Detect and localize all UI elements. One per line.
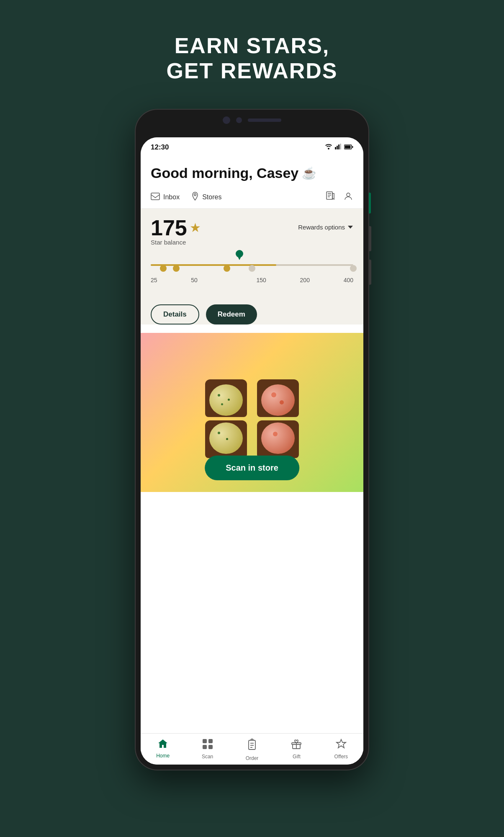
stores-nav[interactable]: Stores [191,192,221,203]
stores-label: Stores [202,193,221,201]
progress-dot-50 [173,265,180,272]
page-title: EARN STARS, GET REWARDS [166,33,337,84]
inbox-label: Inbox [163,193,180,201]
home-icon [157,739,168,751]
stores-icon [191,192,199,203]
rewards-options-button[interactable]: Rewards options [298,224,353,231]
tart-right [257,379,299,458]
tart-left [205,379,247,458]
battery-icon [344,144,353,151]
tab-gift-label: Gift [293,754,301,760]
offers-icon [335,739,347,752]
receipt-icon[interactable] [326,191,335,203]
phone-screen: 12:30 [141,137,363,765]
status-time: 12:30 [151,143,169,152]
svg-point-0 [328,148,329,149]
progress-dot-25 [160,265,167,272]
svg-rect-6 [345,145,351,148]
svg-rect-4 [340,144,341,149]
phone-camera [223,116,281,124]
bottom-nav: Home [141,733,363,765]
app-content: Good morning, Casey ☕ Inbox [141,155,363,764]
tart-cup-bottom-left [205,420,247,458]
svg-marker-29 [337,739,346,748]
svg-rect-8 [151,193,159,200]
stars-section: 175 ★ Star balance Rewards options [141,209,363,296]
camera-lens-2 [236,117,242,123]
svg-marker-13 [237,256,242,260]
chevron-down-icon [347,224,353,231]
scan-icon [202,739,213,752]
tab-offers-label: Offers [334,754,348,760]
inbox-icon [151,193,160,202]
progress-labels: 25 50 150 200 400 [151,277,353,283]
tab-home-label: Home [156,753,170,759]
food-card: Scan in store [141,333,363,492]
star-balance-label: Star balance [151,239,201,246]
svg-rect-3 [338,144,339,149]
svg-rect-1 [335,147,336,149]
inbox-nav[interactable]: Inbox [151,193,180,202]
tab-scan-label: Scan [202,754,213,760]
redeem-button[interactable]: Redeem [206,304,257,324]
tart-cup-bottom-right [257,420,299,458]
tarts-group [205,367,299,458]
tab-home[interactable]: Home [141,739,185,761]
tab-scan[interactable]: Scan [185,739,229,761]
phone-side-accent [369,193,371,214]
tab-order[interactable]: Order [230,739,274,761]
order-icon [247,739,257,754]
nav-row: Inbox Stores [141,186,363,209]
svg-rect-18 [204,740,206,742]
coffee-emoji: ☕ [302,166,316,180]
tab-order-label: Order [246,755,259,761]
svg-rect-21 [210,746,211,748]
progress-dot-400 [350,265,357,272]
svg-point-9 [194,193,196,196]
scan-in-store-button[interactable]: Scan in store [205,456,299,480]
profile-icon[interactable] [343,191,353,203]
stars-count: 175 ★ [151,217,201,239]
wifi-icon [325,144,332,151]
phone-mockup: 12:30 [135,109,369,770]
greeting-section: Good morning, Casey ☕ [141,155,363,186]
phone-side-button-2 [369,260,371,285]
status-bar: 12:30 [141,137,363,155]
details-button[interactable]: Details [151,304,199,324]
phone-side-button-1 [369,226,371,251]
stars-number: 175 [151,217,187,239]
gift-icon [291,739,302,752]
tab-gift[interactable]: Gift [274,739,319,761]
svg-rect-7 [352,146,353,148]
star-icon: ★ [190,220,201,235]
tart-cup-top-left [205,379,247,417]
signal-icon [335,144,342,151]
tart-cup-top-right [257,379,299,417]
svg-rect-20 [204,746,206,748]
status-icons [325,144,353,151]
tab-offers[interactable]: Offers [319,739,363,761]
progress-pointer [236,250,243,263]
camera-lens-1 [223,116,230,124]
svg-rect-19 [210,740,211,742]
greeting-text: Good morning, Casey ☕ [151,165,353,181]
svg-rect-10 [327,192,332,199]
svg-rect-2 [337,146,338,149]
progress-dot-150 [224,265,230,272]
action-buttons: Details Redeem [141,296,363,324]
svg-rect-22 [249,740,255,749]
progress-dot-200 [249,265,255,272]
progress-bar: 25 50 150 200 400 [151,258,353,283]
speaker [248,118,281,122]
svg-point-11 [347,193,350,196]
